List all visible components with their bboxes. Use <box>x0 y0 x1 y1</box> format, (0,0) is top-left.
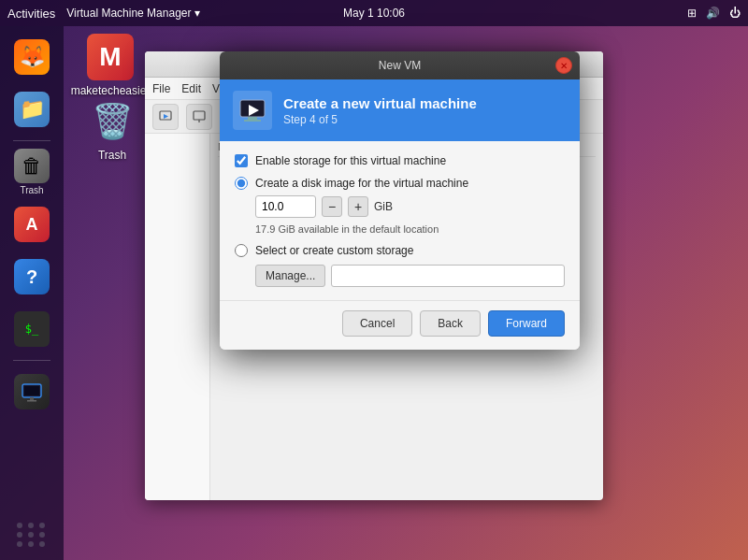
back-button[interactable]: Back <box>420 310 481 337</box>
dialog-titlebar: New VM ✕ <box>220 51 580 79</box>
svg-rect-10 <box>248 117 257 120</box>
svg-rect-6 <box>194 111 205 120</box>
dialog-header-icon <box>233 91 272 130</box>
toolbar-open-connection[interactable] <box>186 104 212 130</box>
dialog-header: Create a new virtual machine Step 4 of 5 <box>220 79 580 141</box>
dialog-header-text: Create a new virtual machine Step 4 of 5 <box>283 95 477 126</box>
dialog-title: New VM <box>227 59 572 72</box>
menu-edit[interactable]: Edit <box>181 82 201 95</box>
power-icon[interactable]: ⏻ <box>729 7 741 20</box>
toolbar-new-vm[interactable] <box>152 104 179 130</box>
appstore-icon: A <box>14 207 50 242</box>
enable-storage-row: Enable storage for this virtual machine <box>235 154 565 167</box>
desktop-icon-trash[interactable]: 🗑️ Trash <box>75 98 150 162</box>
trash-icon: 🗑 <box>14 149 50 183</box>
custom-storage-row: Select or create custom storage <box>235 244 565 257</box>
create-disk-label: Create a disk image for the virtual mach… <box>255 177 468 190</box>
dock-item-appstore[interactable]: A <box>8 201 55 248</box>
dock-divider-2 <box>13 360 50 361</box>
topbar-vm-manager[interactable]: Virtual Machine Manager ▾ <box>66 7 200 20</box>
maketecheasier-icon: M <box>87 34 134 80</box>
desktop-icon-trash-label: Trash <box>98 149 126 162</box>
vmm-sidebar <box>145 134 210 500</box>
svg-rect-11 <box>244 120 261 122</box>
disk-decrease-button[interactable]: − <box>322 196 342 217</box>
svg-rect-1 <box>24 386 39 395</box>
custom-storage-radio[interactable] <box>235 244 248 257</box>
network-icon[interactable]: ⊞ <box>687 7 697 20</box>
menu-file[interactable]: File <box>152 82 170 95</box>
terminal-icon: $_ <box>14 311 50 347</box>
topbar-system-icons: ⊞ 🔊 ⏻ <box>687 7 741 20</box>
svg-rect-2 <box>30 397 34 400</box>
dock-item-virt-manager[interactable] <box>8 368 55 415</box>
dock: 🦊 📁 🗑 Trash A ? $_ <box>0 26 64 560</box>
desktop-icon-maketecheasier[interactable]: M maketecheasier <box>73 34 148 97</box>
volume-icon[interactable]: 🔊 <box>706 7 720 20</box>
activities-button[interactable]: Activities <box>7 7 55 21</box>
manage-button[interactable]: Manage... <box>255 265 325 287</box>
dialog-close-button[interactable]: ✕ <box>555 57 572 74</box>
disk-size-input[interactable] <box>255 195 316 218</box>
files-icon: 📁 <box>14 92 50 127</box>
disk-increase-button[interactable]: + <box>348 196 368 217</box>
dock-item-trash[interactable]: 🗑 Trash <box>8 149 55 195</box>
forward-button[interactable]: Forward <box>488 310 565 337</box>
disk-available-text: 17.9 GiB available in the default locati… <box>255 223 565 235</box>
create-disk-row: Create a disk image for the virtual mach… <box>235 177 565 190</box>
new-vm-dialog: New VM ✕ Create a new virtual machine St… <box>220 51 580 350</box>
desktop: Activities Virtual Machine Manager ▾ May… <box>0 0 748 560</box>
desktop-trash-icon: 🗑️ <box>89 98 136 145</box>
custom-storage-input[interactable] <box>331 265 565 287</box>
cancel-button[interactable]: Cancel <box>342 310 412 337</box>
virt-manager-icon <box>14 374 50 409</box>
dock-item-help[interactable]: ? <box>8 253 55 300</box>
custom-storage-label: Select or create custom storage <box>255 244 413 257</box>
enable-storage-checkbox[interactable] <box>235 154 248 167</box>
dialog-footer: Cancel Back Forward <box>220 300 580 350</box>
dialog-body: Enable storage for this virtual machine … <box>220 141 580 300</box>
dock-item-trash-label: Trash <box>20 185 43 195</box>
disk-unit-label: GiB <box>374 200 393 213</box>
dialog-header-step: Step 4 of 5 <box>283 113 477 126</box>
dialog-header-title: Create a new virtual machine <box>283 95 477 111</box>
svg-marker-5 <box>164 114 168 119</box>
desktop-icon-maketecheasier-label: maketecheasier <box>71 84 151 97</box>
svg-rect-3 <box>27 400 36 402</box>
dock-divider <box>13 140 50 141</box>
topbar-datetime: May 1 10:06 <box>343 7 405 20</box>
dock-item-firefox[interactable]: 🦊 <box>8 34 55 80</box>
topbar: Activities Virtual Machine Manager ▾ May… <box>0 0 748 26</box>
disk-size-row: − + GiB <box>255 195 565 218</box>
dock-item-files[interactable]: 📁 <box>8 86 55 133</box>
create-disk-radio[interactable] <box>235 177 248 190</box>
help-icon: ? <box>14 259 50 294</box>
firefox-icon: 🦊 <box>14 39 50 75</box>
enable-storage-label: Enable storage for this virtual machine <box>255 154 446 167</box>
custom-storage-inputs: Manage... <box>255 265 565 287</box>
dock-item-terminal[interactable]: $_ <box>8 306 55 352</box>
